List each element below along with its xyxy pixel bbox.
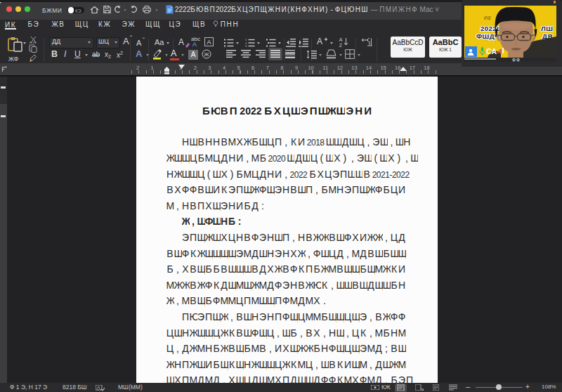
svg-text:2: 2 [245, 42, 247, 45]
svg-text:Ж: Ж [204, 51, 209, 58]
svg-text:Z: Z [339, 43, 343, 48]
svg-text:ea: ea [484, 13, 490, 21]
svg-text:3: 3 [245, 45, 247, 48]
svg-text:ЛШ: ЛШ [541, 24, 553, 32]
svg-text:A: A [207, 39, 211, 46]
svg-text:1: 1 [245, 39, 247, 41]
svg-text:A: A [339, 37, 343, 42]
